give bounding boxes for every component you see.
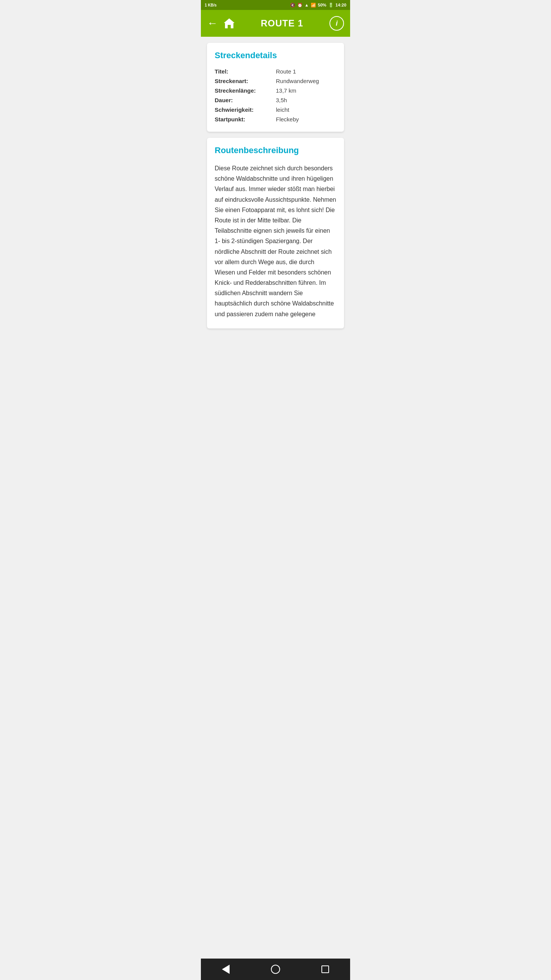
streckendetails-card: Streckendetails Titel: Route 1 Streckena… (207, 43, 344, 132)
mute-icon: 🔇 (290, 3, 295, 8)
wifi-icon: ▲ (305, 3, 309, 7)
table-row: Streckenart: Rundwanderweg (215, 78, 336, 84)
label-streckenart: Streckenart: (215, 78, 276, 84)
label-titel: Titel: (215, 68, 276, 75)
signal-icon: 📶 (311, 3, 316, 8)
value-titel: Route 1 (276, 68, 296, 75)
status-speed: 1 KB/s (205, 3, 217, 7)
value-dauer: 3,5h (276, 97, 287, 103)
label-schwierigkeit: Schwierigkeit: (215, 106, 276, 113)
value-streckenart: Rundwanderweg (276, 78, 319, 84)
status-right: 🔇 ⏰ ▲ 📶 50% 🔋 14:20 (290, 3, 346, 8)
routenbeschreibung-text: Diese Route zeichnet sich durch besonder… (215, 163, 336, 319)
info-button[interactable]: i (329, 16, 344, 31)
label-streckenlaenge: Streckenlänge: (215, 87, 276, 94)
streckendetails-title: Streckendetails (215, 51, 336, 60)
table-row: Titel: Route 1 (215, 68, 336, 75)
page-title: ROUTE 1 (235, 18, 329, 29)
table-row: Streckenlänge: 13,7 km (215, 87, 336, 94)
back-button[interactable]: ← (207, 18, 218, 29)
value-schwierigkeit: leicht (276, 106, 289, 113)
status-bar: 1 KB/s 🔇 ⏰ ▲ 📶 50% 🔋 14:20 (201, 0, 350, 10)
nav-bar: ← ROUTE 1 i (201, 10, 350, 37)
battery-percent: 50% (318, 3, 326, 7)
label-startpunkt: Startpunkt: (215, 116, 276, 122)
nav-left: ← (207, 18, 235, 29)
details-table: Titel: Route 1 Streckenart: Rundwanderwe… (215, 68, 336, 122)
main-content: Streckendetails Titel: Route 1 Streckena… (201, 37, 350, 335)
home-button[interactable] (224, 18, 235, 28)
routenbeschreibung-title: Routenbeschreibung (215, 145, 336, 155)
routenbeschreibung-card: Routenbeschreibung Diese Route zeichnet … (207, 138, 344, 328)
alarm-icon: ⏰ (297, 3, 303, 8)
info-icon: i (336, 20, 337, 28)
time: 14:20 (336, 3, 346, 7)
value-streckenlaenge: 13,7 km (276, 87, 296, 94)
table-row: Dauer: 3,5h (215, 97, 336, 103)
battery-icon: 🔋 (328, 3, 334, 8)
value-startpunkt: Fleckeby (276, 116, 299, 122)
home-icon (224, 18, 235, 28)
table-row: Startpunkt: Fleckeby (215, 116, 336, 122)
table-row: Schwierigkeit: leicht (215, 106, 336, 113)
label-dauer: Dauer: (215, 97, 276, 103)
